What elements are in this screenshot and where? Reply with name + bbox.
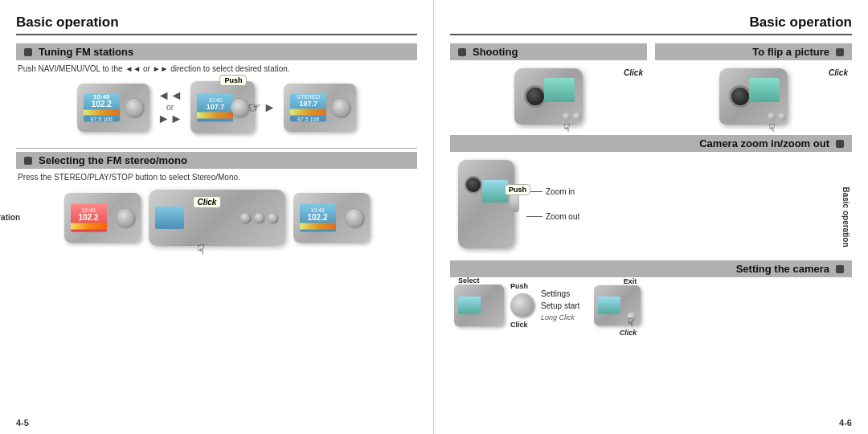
stereo-screen-c: 10:40 102.2 bbox=[300, 204, 336, 232]
section-dot-2 bbox=[24, 157, 32, 165]
freq-value-1: 102.2 bbox=[92, 100, 112, 108]
flip-btn-2 bbox=[778, 113, 786, 121]
right-top-sections: Shooting ☟ Click To flip a picture bbox=[450, 43, 852, 129]
shooting-camera: ☟ bbox=[514, 68, 583, 125]
setting-dot bbox=[836, 265, 844, 273]
page-num-right: 4-6 bbox=[839, 418, 852, 428]
tuning-fm-title: Tuning FM stations bbox=[39, 46, 133, 58]
section-dot bbox=[24, 48, 32, 56]
tuning-fm-section: Tuning FM stations Push NAVI/MENU/VOL to… bbox=[16, 43, 417, 137]
hand-click-icon-shooting: ☟ bbox=[563, 121, 571, 134]
zoom-in-label: Zoom in bbox=[526, 187, 579, 196]
fm-device-1: 10:40 102.2 87.5 106 bbox=[77, 84, 149, 132]
flip-content: ☟ Click bbox=[655, 64, 852, 129]
freq-value-3: 107.7 bbox=[299, 99, 317, 107]
exit-device-wrapper: Exit Click ☟ bbox=[594, 285, 641, 326]
zoom-section: Camera zoom in/zoom out Push Zoom in bbox=[450, 135, 852, 252]
stereo-time-c: 10:40 bbox=[310, 207, 325, 212]
freq-display-2: 10:40 bbox=[208, 96, 223, 102]
setting-section: Setting the camera Select Push Click Set… bbox=[450, 260, 852, 330]
fm-screen-2: 10:40 107.7 bbox=[197, 93, 233, 121]
nav-arrows: ◄◄ or ►► bbox=[158, 88, 183, 126]
device-knob-2 bbox=[231, 99, 248, 117]
fm-device-2-wrapper: 10:40 107.7 ☞ Push bbox=[190, 81, 255, 133]
left-page-title: Basic operation bbox=[16, 14, 417, 35]
btn-3 bbox=[268, 213, 277, 223]
device-knob-3 bbox=[332, 99, 350, 117]
setting-camera-device bbox=[454, 285, 504, 326]
stereo-device-a: 10:40 102.2 bbox=[64, 193, 141, 243]
stereo-knob-c bbox=[346, 209, 363, 227]
stereo-freq-c: 102.2 bbox=[307, 212, 327, 221]
shooting-title: Shooting bbox=[473, 46, 518, 58]
setting-option-labels: Settings Setup start Long Click bbox=[541, 289, 579, 321]
section-divider-1 bbox=[16, 148, 417, 149]
hand-push-icon: ☞ bbox=[248, 99, 261, 117]
click-label-shooting: Click bbox=[624, 68, 643, 77]
fm-screen-3: STEREO 107.7 87.5 106 bbox=[290, 93, 326, 121]
zoom-out-label: Zoom out bbox=[526, 212, 579, 221]
hand-click-icon-flip: ☟ bbox=[768, 121, 776, 134]
control-wheel-wrapper: Push Click bbox=[510, 293, 534, 317]
camera-lens-2 bbox=[729, 85, 751, 108]
fm-screen-1: 10:40 102.2 87.5 106 bbox=[84, 93, 120, 121]
camera-screen-1 bbox=[544, 78, 575, 102]
hand-click-icon: ☟ bbox=[197, 242, 205, 257]
signal-bars-2 bbox=[197, 112, 233, 118]
control-wheel bbox=[510, 293, 534, 317]
freq-display-3: STEREO bbox=[297, 93, 320, 99]
stereo-freq-a: 102.2 bbox=[78, 212, 98, 221]
camera-buttons-2 bbox=[768, 113, 786, 121]
shooting-content: ☟ Click bbox=[450, 64, 647, 129]
zoom-camera-wrapper: Push bbox=[458, 160, 514, 248]
zoom-lens bbox=[465, 176, 482, 194]
shooting-header: Shooting bbox=[450, 43, 647, 60]
exit-screen bbox=[598, 297, 620, 314]
zoom-title: Camera zoom in/zoom out bbox=[699, 137, 829, 149]
exit-label: Exit bbox=[624, 277, 637, 285]
stereo-time-a: 10:40 bbox=[81, 207, 96, 212]
selecting-fm-title: Selecting the FM stereo/mono bbox=[39, 154, 187, 166]
zoom-camera bbox=[458, 160, 514, 248]
setting-title: Setting the camera bbox=[736, 263, 829, 275]
freq-sub-1: 87.5 106 bbox=[91, 116, 113, 121]
setting-device-wrapper: Select bbox=[454, 285, 504, 326]
right-page: Basic operation Shooting ☟ Click bbox=[434, 0, 868, 434]
left-arrow-icon: ◄◄ bbox=[158, 88, 183, 103]
stereo-knob-a bbox=[117, 209, 134, 227]
stereo-bars-c bbox=[300, 223, 336, 229]
flip-header: To flip a picture bbox=[655, 43, 852, 60]
tuning-fm-header: Tuning FM stations bbox=[16, 43, 417, 60]
btn-1 bbox=[240, 213, 250, 223]
left-page: Basic operation Tuning FM stations Push … bbox=[0, 0, 434, 434]
button-row bbox=[240, 213, 277, 223]
zoom-content: Push Zoom in Zoom out bbox=[450, 156, 852, 252]
cam-btn-2 bbox=[573, 113, 581, 121]
zoom-header: Camera zoom in/zoom out bbox=[450, 135, 852, 152]
stereo-bars-a bbox=[71, 223, 107, 229]
selecting-fm-content: 10:40 102.2 ☟ bbox=[16, 186, 417, 249]
tuning-fm-desc: Push NAVI/MENU/VOL to the ◄◄ or ►► direc… bbox=[16, 64, 417, 73]
shooting-dot bbox=[458, 48, 466, 56]
selecting-fm-desc: Press the STEREO/PLAY/STOP button to sel… bbox=[16, 173, 417, 182]
fm-device-3: STEREO 107.7 87.5 106 bbox=[284, 84, 356, 132]
setting-content: Select Push Click Settings Setup start L… bbox=[450, 281, 852, 330]
click-label-stereo: Click bbox=[193, 196, 222, 208]
push-label-1: Push bbox=[219, 75, 247, 86]
tuning-fm-content: 10:40 102.2 87.5 106 ◄◄ or ►► 10:40 bbox=[16, 78, 417, 137]
right-arrow-icon: ►► bbox=[158, 112, 183, 126]
camera-buttons-1 bbox=[563, 113, 581, 121]
shooting-section: Shooting ☟ Click bbox=[450, 43, 647, 129]
freq-sub-3: 87.5 106 bbox=[297, 116, 319, 121]
setup-start-label: Setup start bbox=[541, 301, 579, 310]
flip-title: To flip a picture bbox=[752, 46, 829, 58]
forward-arrow-icon: ► bbox=[263, 100, 276, 115]
right-page-title: Basic operation bbox=[450, 14, 852, 35]
flip-camera: ☟ bbox=[719, 68, 788, 125]
select-label: Select bbox=[458, 276, 480, 285]
exit-click-label: Click bbox=[620, 329, 637, 337]
stereo-device-b-wrapper: ☟ Click bbox=[149, 190, 285, 246]
flip-btn-1 bbox=[768, 113, 776, 121]
stereo-screen-b bbox=[155, 207, 184, 229]
camera-screen-2 bbox=[749, 78, 780, 102]
